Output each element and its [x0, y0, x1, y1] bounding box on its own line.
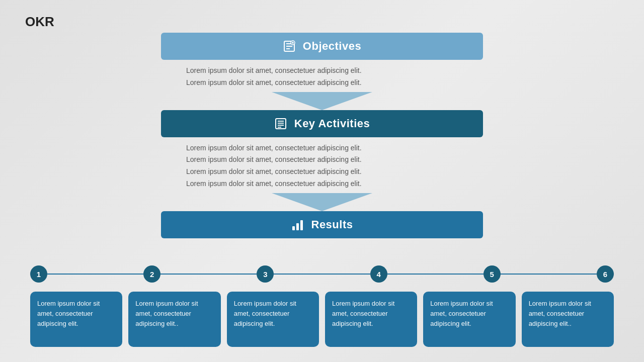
key-activities-bar: Key Activities — [161, 110, 483, 137]
results-bar: Results — [161, 211, 483, 238]
objectives-bar: Objectives — [161, 33, 483, 60]
key-activities-line-2: Lorem ipsum dolor sit amet, consectetuer… — [186, 154, 458, 166]
svg-rect-15 — [296, 223, 299, 230]
timeline-card-6: Lorem ipsum dolor sit amet, consectetuer… — [522, 292, 614, 347]
timeline-dots: 1 2 3 4 5 6 — [30, 265, 614, 283]
timeline-dot-2: 2 — [143, 265, 160, 283]
key-activities-line-4: Lorem ipsum dolor sit amet, consectetuer… — [186, 178, 458, 190]
results-label: Results — [311, 218, 353, 231]
svg-marker-13 — [272, 193, 372, 211]
timeline-line-container: 1 2 3 4 5 6 — [30, 265, 614, 283]
svg-rect-16 — [300, 220, 303, 230]
key-activities-icon — [274, 117, 287, 130]
timeline-card-5: Lorem ipsum dolor sit amet, consectetuer… — [423, 292, 515, 347]
key-activities-text: Lorem ipsum dolor sit amet, consectetuer… — [161, 137, 483, 193]
timeline-card-2: Lorem ipsum dolor sit amet, consectetuer… — [128, 292, 220, 347]
arrow-2 — [272, 193, 372, 211]
timeline-card-4: Lorem ipsum dolor sit amet, consectetuer… — [325, 292, 417, 347]
timeline-section: 1 2 3 4 5 6 Lorem ipsum dolor sit amet, … — [30, 265, 614, 347]
svg-marker-7 — [272, 92, 372, 110]
timeline-dot-5: 5 — [484, 265, 501, 283]
timeline-card-1: Lorem ipsum dolor sit amet, consectetuer… — [30, 292, 122, 347]
arrow-1 — [272, 92, 372, 110]
key-activities-label: Key Activities — [294, 117, 370, 130]
page-title: OKR — [25, 14, 54, 30]
objectives-text: Lorem ipsum dolor sit amet, consectetuer… — [161, 60, 483, 92]
timeline-dot-6: 6 — [597, 265, 614, 283]
objectives-text-line-1: Lorem ipsum dolor sit amet, consectetuer… — [186, 65, 458, 77]
key-activities-line-1: Lorem ipsum dolor sit amet, consectetuer… — [186, 142, 458, 154]
results-icon — [291, 218, 304, 231]
timeline-dot-1: 1 — [30, 265, 47, 283]
slide: OKR Objectives Lorem ipsum dolor sit ame… — [0, 0, 644, 362]
timeline-card-3: Lorem ipsum dolor sit amet, consectetuer… — [227, 292, 319, 347]
timeline-dot-4: 4 — [370, 265, 387, 283]
main-content: Objectives Lorem ipsum dolor sit amet, c… — [161, 33, 483, 238]
timeline-dot-3: 3 — [257, 265, 274, 283]
objectives-label: Objectives — [303, 40, 361, 53]
key-activities-line-3: Lorem ipsum dolor sit amet, consectetuer… — [186, 166, 458, 178]
timeline-cards: Lorem ipsum dolor sit amet, consectetuer… — [30, 292, 614, 347]
objectives-text-line-2: Lorem ipsum dolor sit amet, consectetuer… — [186, 77, 458, 89]
objectives-icon — [283, 40, 296, 53]
svg-rect-14 — [292, 226, 295, 230]
